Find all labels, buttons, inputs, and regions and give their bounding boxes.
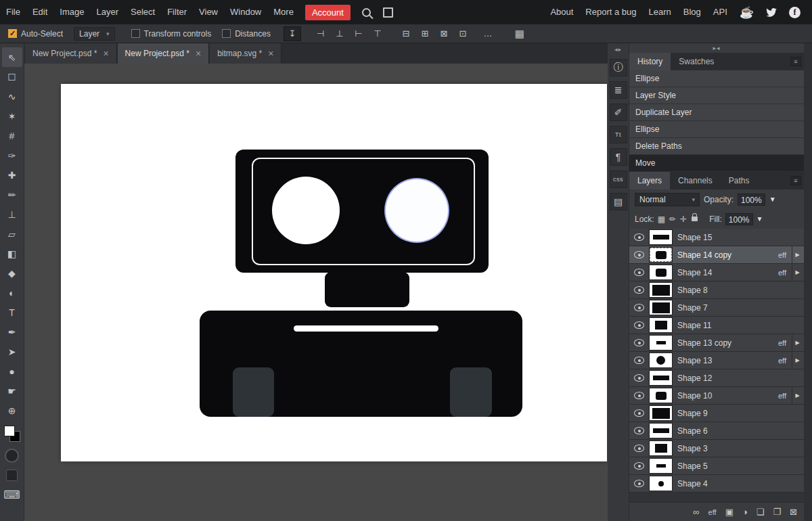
grid-toggle-icon[interactable]: ▦ <box>511 26 528 41</box>
opacity-value[interactable]: 100% <box>738 194 765 206</box>
tab-layers[interactable]: Layers <box>629 172 670 189</box>
adjustments-panel-icon[interactable]: ≣ <box>610 81 627 99</box>
spot-heal-tool[interactable]: ✚ <box>2 165 22 185</box>
layer-row-shape-5[interactable]: Shape 5 <box>629 457 804 475</box>
path-select-tool[interactable]: ➤ <box>2 342 22 361</box>
lock-position-icon[interactable]: ✛ <box>680 214 687 224</box>
menu-learn[interactable]: Learn <box>643 0 677 24</box>
quick-mask-icon[interactable] <box>5 449 19 463</box>
tab-channels[interactable]: Channels <box>670 172 721 189</box>
layer-row-shape-14-copy[interactable]: Shape 14 copyeff▶ <box>629 246 804 264</box>
adjustment-layer-icon[interactable]: ◑ <box>742 507 748 517</box>
layer-thumbnail[interactable] <box>650 318 672 332</box>
fullscreen-icon[interactable] <box>377 7 399 18</box>
auto-select-checkbox[interactable] <box>8 29 17 38</box>
distribute-spacing-icon[interactable]: ⊠ <box>435 26 453 41</box>
history-step-move[interactable]: Move <box>629 155 804 172</box>
expand-effects-icon[interactable]: ▶ <box>792 334 803 352</box>
layer-thumbnail[interactable] <box>650 248 672 262</box>
transform-controls-checkbox[interactable] <box>131 29 140 38</box>
visibility-eye-icon[interactable] <box>634 357 644 364</box>
move-tool[interactable]: ⇖ <box>2 47 22 67</box>
menu-more[interactable]: More <box>267 0 300 24</box>
visibility-eye-icon[interactable] <box>634 409 644 417</box>
visibility-eye-icon[interactable] <box>634 233 644 241</box>
facebook-icon[interactable]: f <box>783 7 807 18</box>
layer-thumbnail[interactable] <box>650 459 672 473</box>
tab-history[interactable]: History <box>629 53 671 70</box>
distribute-vertical-icon[interactable]: ⊞ <box>416 26 434 41</box>
visibility-eye-icon[interactable] <box>634 480 644 487</box>
layer-row-shape-15[interactable]: Shape 15 <box>629 229 804 246</box>
expand-effects-icon[interactable]: ▶ <box>792 264 803 281</box>
opacity-slider-icon[interactable]: ▼ <box>769 196 776 203</box>
menu-select[interactable]: Select <box>125 0 161 24</box>
visibility-eye-icon[interactable] <box>634 462 644 470</box>
menu-file[interactable]: File <box>0 0 26 24</box>
history-step-ellipse[interactable]: Ellipse <box>629 70 804 87</box>
tab-paths[interactable]: Paths <box>721 172 758 189</box>
layer-row-shape-10[interactable]: Shape 10eff▶ <box>629 387 804 405</box>
gradient-tool[interactable]: ◧ <box>2 244 22 263</box>
distribute-edges-icon[interactable]: ⊡ <box>454 26 472 41</box>
fill-slider-icon[interactable]: ▼ <box>757 215 763 223</box>
hand-tool[interactable]: ☛ <box>2 381 22 401</box>
crop-tool[interactable]: # <box>2 126 22 145</box>
menu-blog[interactable]: Blog <box>677 0 707 24</box>
close-tab-icon[interactable]: × <box>268 49 273 58</box>
layer-thumbnail[interactable] <box>650 388 672 403</box>
keyboard-shortcuts-icon[interactable]: ⌨ <box>2 485 22 505</box>
target-dropdown[interactable]: Layer ▾ <box>74 27 115 41</box>
distribute-horizontal-icon[interactable]: ⊟ <box>397 26 415 41</box>
layer-thumbnail[interactable] <box>650 424 672 438</box>
tab-swatches[interactable]: Swatches <box>671 53 722 70</box>
history-step-duplicate-layer[interactable]: Duplicate Layer <box>629 104 804 121</box>
coffee-icon[interactable]: ☕ <box>734 5 760 20</box>
layer-row-shape-8[interactable]: Shape 8 <box>629 281 804 299</box>
layer-thumbnail[interactable] <box>650 265 672 279</box>
color-swatches[interactable] <box>4 426 20 442</box>
eraser-tool[interactable]: ▱ <box>2 224 22 244</box>
layer-row-shape-4[interactable]: Shape 4 <box>629 475 804 493</box>
align-top-icon[interactable]: ⊤ <box>369 26 386 41</box>
lock-paint-icon[interactable]: ✏ <box>669 214 676 224</box>
layer-thumbnail[interactable] <box>650 406 672 420</box>
paragraph-panel-icon[interactable]: ¶ <box>610 148 627 166</box>
layer-row-shape-11[interactable]: Shape 11 <box>629 317 804 334</box>
blur-tool[interactable]: ◆ <box>2 263 22 283</box>
search-icon[interactable] <box>356 8 377 17</box>
layer-mask-icon[interactable]: ▣ <box>725 507 734 517</box>
fill-value[interactable]: 100% <box>725 213 753 225</box>
align-left-icon[interactable]: ⊣ <box>312 26 330 41</box>
menu-api[interactable]: API <box>707 0 734 24</box>
more-options-icon[interactable]: … <box>479 26 497 41</box>
history-step-layer-style[interactable]: Layer Style <box>629 87 804 104</box>
screen-mode-icon[interactable] <box>6 470 18 481</box>
menu-filter[interactable]: Filter <box>161 0 193 24</box>
visibility-eye-icon[interactable] <box>634 304 644 311</box>
magic-wand-tool[interactable]: ✶ <box>2 106 22 126</box>
menu-window[interactable]: Window <box>224 0 267 24</box>
type-tool[interactable]: T <box>2 302 22 322</box>
shape-tool[interactable]: ● <box>2 361 22 381</box>
history-step-ellipse[interactable]: Ellipse <box>629 121 804 138</box>
doc-tab-new-project-psd[interactable]: New Project.psd *× <box>25 43 117 64</box>
layer-thumbnail[interactable] <box>650 371 672 385</box>
place-image-icon[interactable]: ↧ <box>284 26 301 41</box>
account-button[interactable]: Account <box>305 5 351 20</box>
menu-layer[interactable]: Layer <box>91 0 125 24</box>
menu-view[interactable]: View <box>193 0 224 24</box>
menu-image[interactable]: Image <box>53 0 90 24</box>
close-tab-icon[interactable]: × <box>196 49 201 58</box>
layer-row-shape-13-copy[interactable]: Shape 13 copyeff▶ <box>629 334 804 352</box>
dodge-tool[interactable]: ◐ <box>2 283 22 302</box>
foreground-color-swatch[interactable] <box>4 426 15 436</box>
visibility-eye-icon[interactable] <box>634 339 644 346</box>
expand-effects-icon[interactable]: ▶ <box>792 387 803 405</box>
menu-about[interactable]: About <box>544 0 579 24</box>
visibility-eye-icon[interactable] <box>634 321 644 329</box>
pen-tool[interactable]: ✒ <box>2 322 22 342</box>
doc-tab-bitmap-svg[interactable]: bitmap.svg *× <box>210 43 281 64</box>
layer-row-shape-9[interactable]: Shape 9 <box>629 405 804 422</box>
delete-layer-icon[interactable]: ⊠ <box>790 507 797 517</box>
